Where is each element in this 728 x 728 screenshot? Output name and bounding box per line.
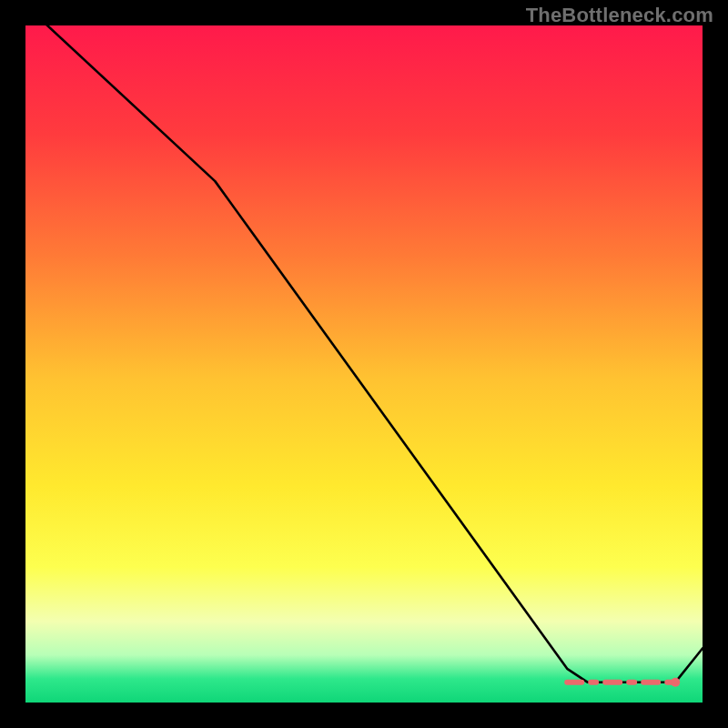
end-dot [671, 678, 680, 687]
watermark-text: TheBottleneck.com [526, 4, 713, 27]
plot-area [25, 25, 703, 703]
chart-frame: TheBottleneck.com [0, 0, 728, 728]
gradient-background [25, 25, 703, 703]
chart-svg [25, 25, 703, 703]
